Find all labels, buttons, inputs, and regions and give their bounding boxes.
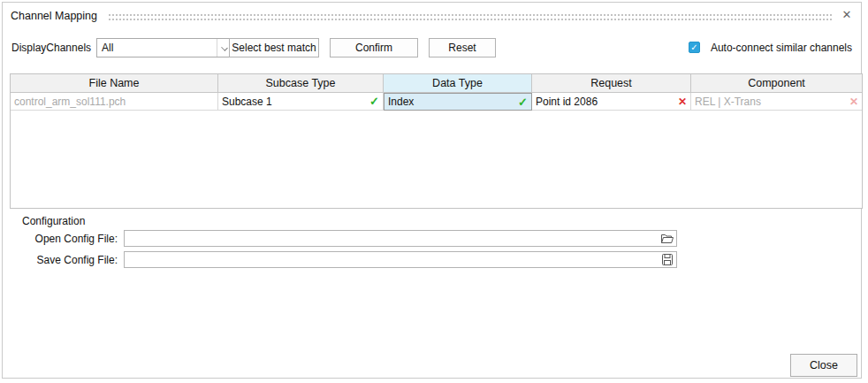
dialog-titlebar[interactable]: Channel Mapping ✕ <box>3 3 861 29</box>
channel-mapping-table: File Name Subcase Type Data Type Request… <box>10 73 863 209</box>
cell-subcase-type[interactable]: Subcase 1 ✓ <box>218 93 384 111</box>
auto-connect-checkbox[interactable]: ✓ <box>689 42 700 53</box>
channel-mapping-dialog: Channel Mapping ✕ DisplayChannels All Se… <box>2 2 862 379</box>
column-header-data-type[interactable]: Data Type <box>384 74 532 92</box>
drag-handle-dots[interactable] <box>109 14 833 20</box>
reset-button[interactable]: Reset <box>429 38 496 57</box>
open-folder-icon[interactable] <box>660 232 674 245</box>
display-channels-select[interactable]: All <box>96 38 232 57</box>
column-header-subcase-type[interactable]: Subcase Type <box>218 74 384 92</box>
display-channels-label: DisplayChannels <box>11 42 91 54</box>
column-header-request[interactable]: Request <box>532 74 691 92</box>
column-header-component[interactable]: Component <box>691 74 862 92</box>
cell-data-type[interactable]: Index ✓ <box>384 93 532 111</box>
open-config-file-field <box>124 230 677 247</box>
cell-request[interactable]: Point id 2086 ✕ <box>532 93 691 111</box>
confirm-button[interactable]: Confirm <box>330 38 418 57</box>
subcase-type-value: Subcase 1 <box>222 96 272 108</box>
save-config-file-field <box>124 251 677 268</box>
open-config-file-label: Open Config File: <box>25 233 118 245</box>
toolbar: DisplayChannels All Select best match Co… <box>11 38 852 57</box>
cell-component[interactable]: REL | X-Trans ✕ <box>691 93 862 111</box>
configuration-section-label: Configuration <box>22 215 85 227</box>
request-value: Point id 2086 <box>536 96 598 108</box>
select-best-match-button[interactable]: Select best match <box>229 38 319 57</box>
close-icon[interactable]: ✕ <box>839 7 855 23</box>
check-icon: ✓ <box>518 96 528 109</box>
close-button[interactable]: Close <box>790 354 857 377</box>
open-config-file-input[interactable] <box>126 231 659 246</box>
cross-icon: ✕ <box>678 96 687 108</box>
component-value: REL | X-Trans <box>695 96 761 108</box>
column-header-file-name[interactable]: File Name <box>11 74 218 92</box>
auto-connect-label: Auto-connect similar channels <box>711 42 852 54</box>
cell-file-name[interactable]: control_arm_sol111.pch <box>11 93 218 111</box>
file-name-value: control_arm_sol111.pch <box>14 96 126 108</box>
cross-icon: ✕ <box>849 96 858 108</box>
table-row: control_arm_sol111.pch Subcase 1 ✓ Index… <box>11 93 862 111</box>
save-config-file-input[interactable] <box>126 252 659 267</box>
save-config-file-label: Save Config File: <box>25 254 118 266</box>
chevron-down-icon <box>221 44 228 51</box>
check-icon: ✓ <box>369 95 379 108</box>
display-channels-value: All <box>102 42 113 54</box>
table-header-row: File Name Subcase Type Data Type Request… <box>11 74 862 93</box>
save-floppy-icon[interactable] <box>660 253 674 266</box>
dialog-title: Channel Mapping <box>11 10 97 22</box>
data-type-value: Index <box>388 96 414 108</box>
